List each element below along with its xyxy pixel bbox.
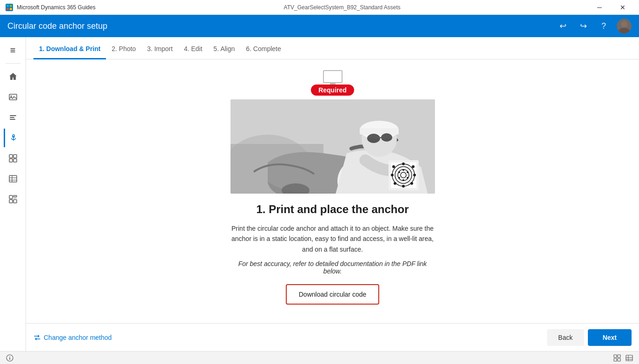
table-view-icon[interactable] xyxy=(625,354,633,362)
app-name: Microsoft Dynamics 365 Guides xyxy=(17,4,95,11)
svg-rect-17 xyxy=(13,159,17,162)
svg-rect-68 xyxy=(618,358,620,361)
svg-point-53 xyxy=(391,174,394,176)
title-bar-left: Microsoft Dynamics 365 Guides xyxy=(6,4,95,11)
svg-line-40 xyxy=(380,137,381,138)
wizard-description: Print the circular code anchor and attac… xyxy=(231,223,435,254)
svg-rect-23 xyxy=(13,195,17,197)
avatar[interactable] xyxy=(617,19,632,33)
sidebar-item-home[interactable] xyxy=(4,67,22,86)
required-badge: Required xyxy=(311,84,354,96)
info-icon[interactable] xyxy=(6,354,14,362)
tab-align[interactable]: 5. Align xyxy=(208,39,240,59)
svg-rect-2 xyxy=(7,8,9,10)
next-button[interactable]: Next xyxy=(588,329,632,346)
main-image xyxy=(231,99,435,194)
status-bar xyxy=(0,351,639,364)
svg-point-55 xyxy=(402,169,404,171)
tabs-bar: 1. Download & Print 2. Photo 3. Import 4… xyxy=(26,37,639,59)
svg-rect-67 xyxy=(614,358,617,361)
minimize-button[interactable]: ─ xyxy=(589,0,610,15)
sidebar: ≡ xyxy=(0,37,26,351)
svg-point-56 xyxy=(407,171,408,173)
sidebar-divider xyxy=(6,63,20,64)
wizard-content: Required xyxy=(26,59,639,323)
sidebar-item-table[interactable] xyxy=(4,169,22,188)
svg-point-39 xyxy=(381,133,392,142)
header-actions: ↩ ↪ ? xyxy=(555,19,632,33)
sidebar-item-image[interactable] xyxy=(4,88,22,106)
svg-point-7 xyxy=(10,96,12,97)
sidebar-item-anchor[interactable] xyxy=(4,129,22,147)
window-title: ATV_GearSelectSystem_B92_Standard Assets xyxy=(284,4,401,11)
svg-rect-3 xyxy=(10,8,12,10)
svg-point-4 xyxy=(621,21,627,27)
svg-point-49 xyxy=(413,174,416,176)
change-anchor-method-button[interactable]: Change anchor method xyxy=(33,334,112,341)
tab-download-print[interactable]: 1. Download & Print xyxy=(33,39,106,59)
app-logo xyxy=(6,4,13,11)
tab-edit[interactable]: 4. Edit xyxy=(178,39,208,59)
svg-rect-16 xyxy=(9,159,13,162)
svg-rect-15 xyxy=(13,155,17,158)
help-button[interactable]: ? xyxy=(596,19,611,33)
back-button[interactable]: Back xyxy=(547,329,584,346)
tab-photo[interactable]: 2. Photo xyxy=(106,39,141,59)
svg-rect-24 xyxy=(13,198,17,199)
svg-point-52 xyxy=(394,182,396,185)
download-btn-container: Download circular code xyxy=(286,284,380,305)
svg-rect-0 xyxy=(7,5,9,7)
sidebar-item-text[interactable] xyxy=(4,108,22,127)
svg-rect-37 xyxy=(360,128,399,135)
footer-nav-buttons: Back Next xyxy=(547,329,632,346)
svg-point-50 xyxy=(410,182,413,185)
status-bar-right xyxy=(613,354,633,362)
svg-rect-22 xyxy=(9,195,13,199)
app-header: Circular code anchor setup ↩ ↪ ? xyxy=(0,15,639,37)
change-anchor-icon xyxy=(33,334,41,341)
svg-rect-18 xyxy=(9,176,17,182)
svg-point-48 xyxy=(412,165,415,168)
redo-button[interactable]: ↪ xyxy=(576,19,591,33)
svg-rect-6 xyxy=(9,94,17,100)
content-area: 1. Download & Print 2. Photo 3. Import 4… xyxy=(26,37,639,351)
svg-rect-26 xyxy=(13,200,17,203)
svg-point-51 xyxy=(402,185,405,188)
window-controls: ─ ✕ xyxy=(589,0,633,15)
wizard-footer: Change anchor method Back Next xyxy=(26,323,639,351)
app-header-title: Circular code anchor setup xyxy=(7,21,107,31)
close-button[interactable]: ✕ xyxy=(612,0,633,15)
svg-rect-9 xyxy=(10,117,14,118)
svg-point-11 xyxy=(13,135,14,136)
sidebar-item-grid[interactable] xyxy=(4,149,22,168)
main-layout: ≡ xyxy=(0,37,639,351)
download-circular-code-button[interactable]: Download circular code xyxy=(288,286,378,303)
svg-point-5 xyxy=(619,28,630,33)
svg-rect-69 xyxy=(626,355,632,361)
undo-button[interactable]: ↩ xyxy=(555,19,570,33)
svg-point-58 xyxy=(402,179,404,181)
svg-point-54 xyxy=(392,165,395,168)
svg-rect-14 xyxy=(9,155,13,158)
wizard-heading: 1. Print and place the anchor xyxy=(256,203,408,216)
svg-point-60 xyxy=(398,171,400,173)
svg-point-64 xyxy=(9,356,10,357)
sidebar-item-menu[interactable]: ≡ xyxy=(4,41,22,59)
svg-point-47 xyxy=(402,162,405,165)
svg-rect-65 xyxy=(614,355,617,358)
change-anchor-label: Change anchor method xyxy=(44,334,112,341)
svg-rect-66 xyxy=(618,355,620,358)
wizard-note: For best accuracy, refer to detailed doc… xyxy=(231,260,435,275)
tab-complete[interactable]: 6. Complete xyxy=(240,39,286,59)
svg-point-38 xyxy=(367,134,380,143)
svg-point-57 xyxy=(407,177,408,179)
svg-rect-8 xyxy=(10,115,16,116)
svg-rect-1 xyxy=(10,5,12,7)
svg-rect-27 xyxy=(323,71,342,83)
title-bar: Microsoft Dynamics 365 Guides ATV_GearSe… xyxy=(0,0,639,15)
grid-view-icon[interactable] xyxy=(613,354,621,362)
tab-import[interactable]: 3. Import xyxy=(141,39,178,59)
svg-rect-10 xyxy=(10,119,15,120)
sidebar-item-analytics[interactable] xyxy=(4,190,22,208)
svg-point-59 xyxy=(398,177,400,179)
